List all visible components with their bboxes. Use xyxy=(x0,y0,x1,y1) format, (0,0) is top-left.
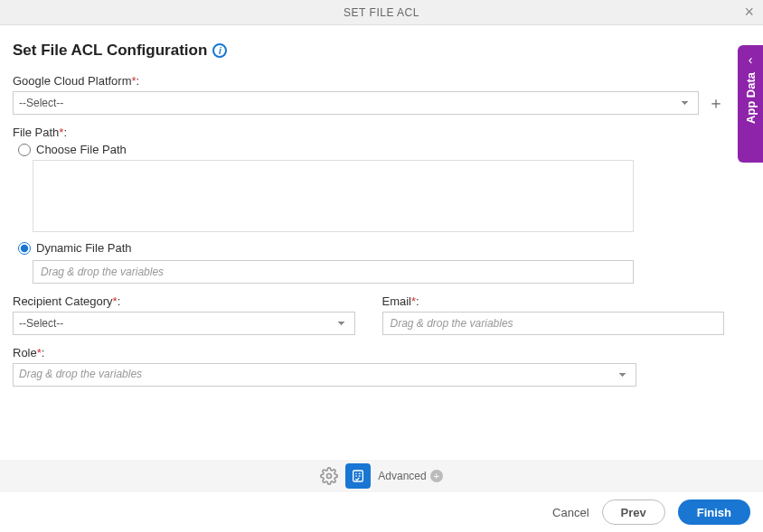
recipient-category-field: Recipient Category*: --Select-- xyxy=(13,294,355,335)
form-badge-icon[interactable] xyxy=(345,463,371,489)
close-icon[interactable]: × xyxy=(744,4,754,20)
dialog-title: SET FILE ACL xyxy=(344,6,419,19)
advanced-bar: Advanced + xyxy=(0,460,763,492)
choose-file-path-option[interactable]: Choose File Path xyxy=(18,143,724,156)
gcp-select[interactable]: --Select-- xyxy=(13,91,699,115)
add-icon[interactable]: ＋ xyxy=(708,95,724,111)
gear-icon[interactable] xyxy=(320,467,338,485)
page-title-text: Set File ACL Configuration xyxy=(13,42,207,60)
required-marker: * xyxy=(37,346,42,359)
required-marker: * xyxy=(411,294,416,308)
app-data-drawer-tab[interactable]: ‹ App Data xyxy=(738,45,763,163)
recipient-category-label: Recipient Category*: xyxy=(13,294,355,308)
required-marker: * xyxy=(132,74,137,88)
email-input[interactable] xyxy=(382,312,725,335)
info-icon[interactable]: i xyxy=(212,43,227,58)
email-label: Email*: xyxy=(382,294,725,308)
choose-file-path-radio[interactable] xyxy=(18,144,31,156)
email-field: Email*: xyxy=(382,294,725,335)
prev-button[interactable]: Prev xyxy=(602,499,665,525)
role-label: Role*: xyxy=(13,346,724,359)
dialog-header: SET FILE ACL × xyxy=(0,0,763,25)
role-field: Role*: Drag & drop the variables xyxy=(13,346,724,387)
dynamic-file-path-input[interactable] xyxy=(33,260,634,284)
file-path-field: File Path*: Choose File Path Dynamic Fil… xyxy=(13,126,724,294)
required-marker: * xyxy=(113,294,118,308)
svg-point-0 xyxy=(327,474,332,479)
dynamic-file-path-label[interactable]: Dynamic File Path xyxy=(36,241,131,255)
choose-file-path-box[interactable] xyxy=(33,160,634,232)
chevron-left-icon: ‹ xyxy=(749,52,753,67)
app-data-label: App Data xyxy=(744,72,758,124)
required-marker: * xyxy=(59,126,63,139)
footer: Cancel Prev Finish xyxy=(552,499,750,525)
recipient-email-row: Recipient Category*: --Select-- Email*: xyxy=(13,294,724,335)
finish-button[interactable]: Finish xyxy=(678,499,750,525)
gcp-field: Google Cloud Platform*: --Select-- ＋ xyxy=(13,74,724,115)
page-title: Set File ACL Configuration i xyxy=(13,42,227,60)
file-path-label: File Path*: xyxy=(13,126,724,139)
advanced-label: Advanced + xyxy=(378,470,442,482)
gcp-label: Google Cloud Platform*: xyxy=(13,74,724,88)
recipient-category-select[interactable]: --Select-- xyxy=(13,312,355,335)
add-advanced-icon[interactable]: + xyxy=(430,470,443,482)
choose-file-path-label[interactable]: Choose File Path xyxy=(36,143,127,156)
form-content: Set File ACL Configuration i Google Clou… xyxy=(0,25,737,387)
role-select[interactable] xyxy=(13,363,636,387)
cancel-button[interactable]: Cancel xyxy=(552,506,589,519)
dynamic-file-path-option[interactable]: Dynamic File Path xyxy=(18,241,724,255)
dynamic-file-path-radio[interactable] xyxy=(18,242,31,255)
